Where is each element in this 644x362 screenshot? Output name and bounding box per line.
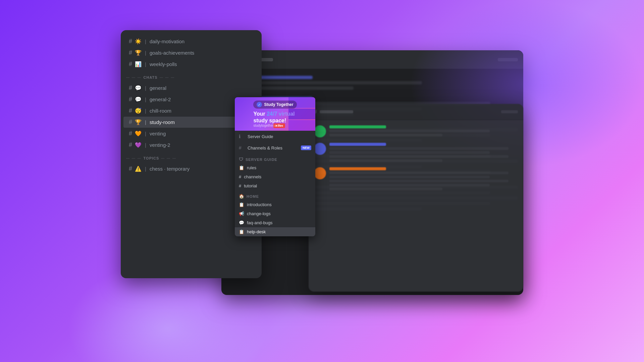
avatar	[314, 125, 326, 137]
channel-name: general-2	[150, 97, 171, 102]
channel-emoji: 🧡	[135, 130, 142, 137]
change-logs-icon: 📢	[239, 211, 244, 216]
channel-emoji: ⚠️	[135, 166, 142, 172]
hash-icon: #	[129, 141, 132, 148]
channel-name: chill-room	[150, 108, 171, 114]
change-logs-label: change-logs	[247, 211, 271, 216]
channel-name: weekly-polls	[150, 61, 177, 67]
sidebar-item-weekly-polls[interactable]: # 📊 | weekly-polls	[123, 59, 259, 70]
channel-emoji: 📊	[135, 61, 142, 67]
faq-icon: 💬	[239, 220, 244, 225]
channel-emoji: 💬	[135, 96, 142, 103]
chats-label: CHATS	[144, 75, 158, 79]
channels-roles-label: Channels & Roles	[248, 145, 282, 150]
dropdown-change-logs[interactable]: 📢 change-logs	[235, 209, 315, 218]
hash-icon: #	[129, 38, 132, 45]
avatar	[314, 167, 326, 179]
server-guide-section-label: SERVER GUIDE	[246, 158, 277, 162]
channel-name: venting-2	[150, 142, 170, 148]
verified-icon: ✓	[257, 102, 262, 107]
server-guide-section: 🛡 SERVER GUIDE	[235, 154, 315, 163]
server-guide-item[interactable]: ℹ Server Guide	[235, 131, 315, 142]
home-section: 🏠 HOME	[235, 190, 315, 200]
avatar	[314, 143, 326, 155]
server-banner: ✓ Study Together Your 24/7 virtualstudy …	[235, 97, 315, 131]
channel-name: daily-motivation	[150, 39, 184, 44]
home-section-icon: 🏠	[239, 194, 245, 199]
channel-emoji: ☀️	[135, 38, 142, 45]
help-desk-label: help-desk	[247, 229, 266, 234]
channel-name: general	[150, 85, 166, 91]
server-guide-icon: ℹ	[239, 134, 244, 139]
hash-icon: #	[129, 119, 132, 126]
hash-icon: #	[129, 61, 132, 68]
topics-label: TOPICS	[144, 156, 159, 160]
right-chat-panel: #	[309, 104, 523, 292]
banner-promo: Your 24/7 virtualstudy space!	[253, 111, 297, 123]
right-message	[314, 125, 518, 137]
hash-icon: #	[129, 107, 132, 114]
new-badge: NEW	[301, 145, 311, 150]
dropdown-faq-and-bugs[interactable]: 💬 faq-and-bugs	[235, 218, 315, 227]
sidebar-item-general[interactable]: # 💬 | general	[123, 82, 259, 94]
channel-name: study-room	[150, 119, 175, 125]
dropdown-help-desk[interactable]: 📋 help-desk	[235, 227, 315, 236]
hash-icon: #	[129, 84, 132, 92]
channel-name: venting	[150, 131, 166, 136]
channel-emoji: 😴	[135, 108, 142, 114]
dropdown-tutorial[interactable]: # tutorial	[235, 181, 315, 190]
server-guide-section-icon: 🛡	[239, 157, 244, 162]
channel-name: chess · temporary	[150, 166, 190, 172]
channel-emoji: 💜	[135, 142, 142, 148]
channel-emoji: 💬	[135, 85, 142, 91]
introductions-label: introductions	[247, 202, 272, 207]
chat-header: #	[221, 50, 523, 69]
home-section-label: HOME	[247, 194, 259, 198]
channels-icon: #	[239, 174, 241, 179]
hash-icon: #	[129, 49, 132, 56]
sidebar-item-daily-motivation[interactable]: # ☀️ | daily-motivation	[123, 36, 259, 47]
faq-label: faq-and-bugs	[247, 220, 273, 225]
rules-icon: 📋	[239, 165, 244, 170]
dropdown-channels[interactable]: # channels	[235, 172, 315, 181]
banner-highlight: 24/7 virtual	[267, 111, 295, 117]
channels-roles-item[interactable]: # Channels & Roles NEW	[235, 142, 315, 154]
right-message	[314, 143, 518, 162]
right-panel-messages	[309, 120, 523, 196]
dropdown-introductions[interactable]: 📋 introductions	[235, 200, 315, 209]
tutorial-icon: #	[239, 183, 241, 188]
server-dropdown: ✓ Study Together Your 24/7 virtualstudy …	[235, 97, 315, 236]
right-message	[314, 167, 518, 190]
channels-label: channels	[244, 174, 261, 179]
hash-icon: #	[129, 130, 132, 137]
banner-url: studytogether.com	[253, 124, 297, 127]
channel-emoji: 🏆	[135, 119, 142, 125]
channels-roles-icon: #	[239, 145, 244, 150]
server-name: Study Together	[264, 102, 293, 107]
hash-icon: #	[129, 96, 132, 103]
channel-name: goals-achievements	[150, 50, 194, 56]
server-guide-label: Server Guide	[248, 134, 273, 139]
dropdown-rules[interactable]: 📋 rules	[235, 163, 315, 172]
server-name-tag: ✓ Study Together	[253, 101, 297, 109]
chats-section-header: CHATS	[121, 70, 262, 82]
help-desk-icon: 📋	[239, 229, 244, 234]
rules-label: rules	[247, 165, 256, 170]
channel-emoji: 🏆	[135, 50, 142, 56]
sidebar-item-goals-achievements[interactable]: # 🏆 | goals-achievements	[123, 47, 259, 58]
right-panel-header: #	[309, 104, 523, 120]
hash-icon: #	[129, 165, 132, 172]
introductions-icon: 📋	[239, 202, 244, 207]
tutorial-label: tutorial	[244, 183, 257, 188]
